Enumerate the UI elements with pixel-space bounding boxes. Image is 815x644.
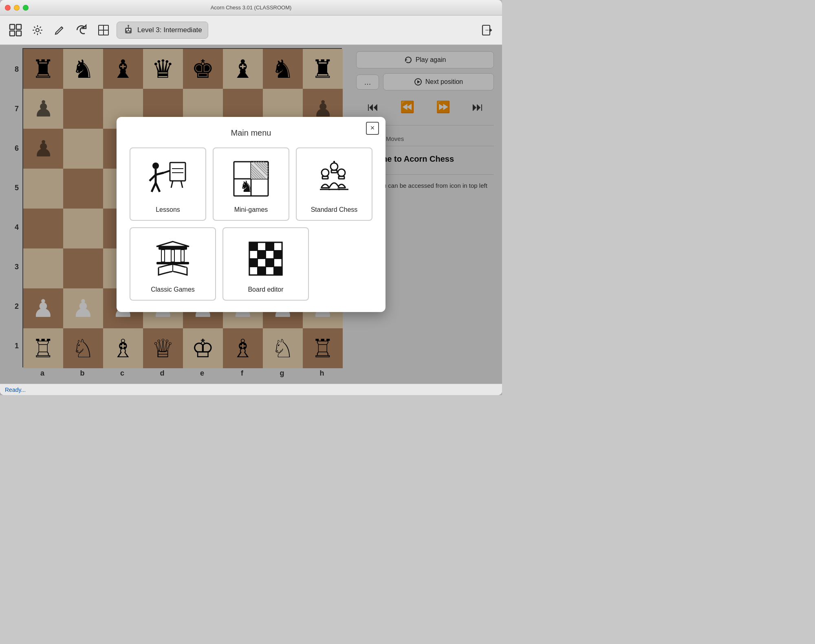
svg-rect-8: [125, 28, 132, 33]
svg-rect-73: [274, 242, 282, 251]
svg-rect-82: [249, 267, 258, 275]
svg-rect-50: [322, 176, 328, 179]
svg-rect-79: [258, 259, 266, 267]
svg-point-13: [128, 25, 129, 26]
menu-item-minigames[interactable]: ♞ Mini-games: [213, 147, 289, 221]
svg-line-23: [152, 183, 156, 192]
window-controls: [5, 5, 29, 11]
edit-button[interactable]: [51, 21, 68, 39]
main-area: 8 7 6 5 4 3 2 1 ♜ ♞: [0, 45, 502, 384]
svg-line-22: [156, 173, 164, 175]
settings-button[interactable]: [29, 21, 46, 39]
svg-rect-68: [156, 262, 189, 264]
menu-icon-button[interactable]: [7, 21, 24, 39]
classic-games-icon: [150, 236, 195, 281]
menu-item-board-editor[interactable]: Board editor: [222, 227, 309, 301]
level-badge[interactable]: Level 3: Intermediate: [117, 22, 208, 39]
svg-line-30: [181, 181, 183, 188]
standard-chess-label: Standard Chess: [311, 206, 358, 213]
board-button[interactable]: [95, 21, 112, 39]
window-title: Acorn Chess 3.01 (CLASSROOM): [211, 4, 292, 11]
svg-rect-85: [274, 267, 282, 275]
lessons-label: Lessons: [156, 206, 180, 213]
svg-point-49: [322, 169, 329, 176]
svg-rect-83: [258, 267, 266, 275]
modal-close-button[interactable]: ×: [366, 122, 379, 135]
svg-rect-76: [266, 251, 274, 259]
svg-point-52: [338, 169, 345, 176]
svg-rect-80: [266, 259, 274, 267]
svg-line-29: [171, 181, 173, 188]
minigames-icon: ♞: [229, 156, 273, 201]
svg-line-24: [156, 183, 160, 192]
menu-item-classic-games[interactable]: Classic Games: [130, 227, 216, 301]
standard-chess-icon: [312, 156, 357, 201]
refresh-button[interactable]: [73, 21, 90, 39]
svg-rect-75: [258, 251, 266, 259]
svg-rect-58: [331, 170, 337, 173]
exit-button[interactable]: [478, 21, 496, 39]
lessons-icon: [145, 156, 190, 201]
modal-title: Main menu: [130, 128, 372, 138]
app-window: Acorn Chess 3.01 (CLASSROOM): [0, 0, 502, 395]
main-menu-modal: Main menu ×: [117, 117, 385, 312]
menu-item-lessons[interactable]: Lessons: [130, 147, 206, 221]
svg-rect-71: [258, 242, 266, 251]
svg-rect-0: [10, 24, 15, 29]
svg-rect-64: [171, 250, 174, 262]
board-editor-label: Board editor: [248, 286, 283, 293]
svg-rect-1: [16, 24, 21, 29]
minigames-label: Mini-games: [234, 206, 268, 213]
svg-rect-53: [339, 176, 344, 179]
level-label: Level 3: Intermediate: [137, 26, 202, 34]
svg-point-19: [152, 163, 159, 169]
svg-rect-26: [170, 163, 185, 181]
close-btn[interactable]: [5, 5, 11, 11]
svg-rect-72: [266, 242, 274, 251]
svg-rect-9: [126, 29, 128, 31]
svg-rect-84: [266, 267, 274, 275]
svg-rect-2: [10, 31, 15, 36]
svg-text:♞: ♞: [240, 178, 253, 195]
board-editor-icon: [243, 236, 288, 281]
minimize-btn[interactable]: [14, 5, 20, 11]
svg-rect-3: [16, 31, 21, 36]
svg-marker-66: [156, 242, 189, 246]
svg-rect-77: [274, 251, 282, 259]
svg-rect-10: [129, 29, 130, 31]
statusbar: Ready...: [0, 384, 502, 395]
classic-games-label: Classic Games: [151, 286, 195, 293]
titlebar: Acorn Chess 3.01 (CLASSROOM): [0, 0, 502, 15]
svg-rect-11: [127, 31, 130, 32]
status-text: Ready...: [5, 387, 26, 393]
toolbar: Level 3: Intermediate: [0, 15, 502, 45]
robot-icon: [123, 24, 134, 36]
menu-top-row: Lessons: [130, 147, 372, 221]
svg-point-4: [36, 29, 39, 32]
menu-item-standard-chess[interactable]: Standard Chess: [296, 147, 372, 221]
svg-rect-74: [249, 251, 258, 259]
svg-rect-65: [181, 250, 184, 262]
svg-point-57: [330, 163, 338, 170]
svg-rect-63: [161, 250, 165, 262]
svg-rect-78: [249, 259, 258, 267]
svg-rect-70: [249, 242, 258, 251]
modal-overlay[interactable]: Main menu ×: [0, 45, 502, 384]
svg-rect-81: [274, 259, 282, 267]
svg-line-25: [164, 171, 170, 173]
menu-bottom-row: Classic Games: [130, 227, 309, 301]
maximize-btn[interactable]: [23, 5, 29, 11]
